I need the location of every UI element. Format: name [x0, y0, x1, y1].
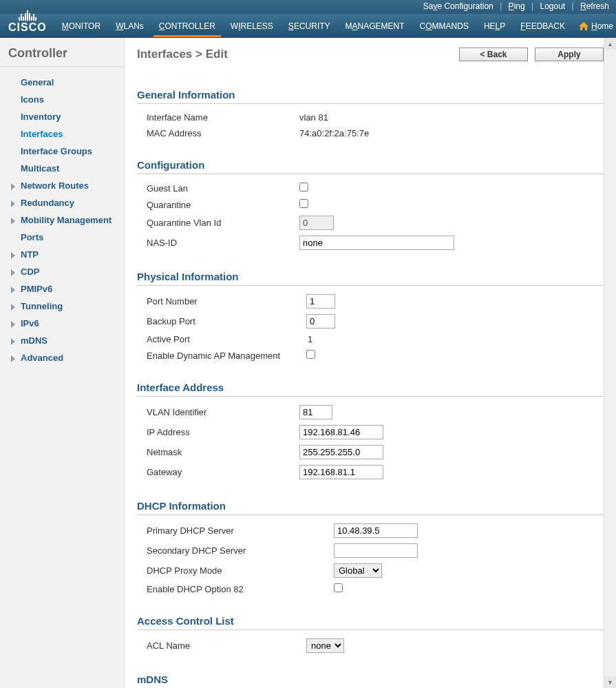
mac-address-value: 74:a0:2f:2a:75:7e [290, 125, 374, 141]
scroll-down-arrow-icon[interactable]: ▼ [604, 676, 616, 688]
nav-management[interactable]: MANAGEMENT [344, 21, 406, 31]
sidebar-item-label[interactable]: Tunneling [21, 301, 63, 311]
vlan-id-label: VLAN Identifier [137, 402, 290, 422]
secondary-dhcp-label: Secondary DHCP Server [137, 541, 324, 561]
quarantine-checkbox[interactable] [299, 199, 308, 208]
dhcp82-checkbox[interactable] [334, 583, 343, 592]
gateway-label: Gateway [137, 462, 290, 482]
sidebar-item-label[interactable]: PMIPv6 [21, 284, 52, 294]
back-button[interactable]: < Back [459, 48, 528, 61]
sidebar-item-mdns[interactable]: mDNS [0, 332, 124, 349]
sidebar-item-inventory[interactable]: Inventory [0, 108, 124, 125]
secondary-dhcp-input[interactable] [334, 543, 418, 558]
nav-controller[interactable]: CONTROLLER [158, 21, 217, 31]
sidebar-item-label[interactable]: Interfaces [21, 129, 63, 139]
sidebar-item-general[interactable]: General [0, 74, 124, 91]
sidebar-item-ports[interactable]: Ports [0, 229, 124, 246]
sidebar-item-label[interactable]: Network Routes [21, 180, 89, 191]
sidebar-item-label[interactable]: General [21, 77, 54, 87]
active-port-value: 1 [297, 331, 341, 347]
nav-feedback[interactable]: FEEDBACK [519, 21, 566, 31]
brand-wordmark: CISCO [8, 21, 47, 34]
nas-id-label: NAS-ID [137, 233, 290, 253]
save-config-link[interactable]: Save Configuration [423, 1, 493, 11]
interface-name-label: Interface Name [137, 110, 290, 125]
utility-bar: Save Configuration | Ping | Logout | Ref… [0, 0, 616, 14]
sidebar-item-multicast[interactable]: Multicast [0, 160, 124, 177]
port-number-input[interactable] [306, 294, 335, 309]
sidebar-item-cdp[interactable]: CDP [0, 263, 124, 280]
port-number-label: Port Number [137, 291, 297, 311]
sidebar-item-label[interactable]: Advanced [21, 353, 63, 363]
acl-name-select[interactable]: none [306, 638, 344, 653]
sidebar-item-label[interactable]: mDNS [21, 335, 47, 346]
ip-address-input[interactable] [299, 425, 383, 439]
nav-wlans[interactable]: WLANs [114, 21, 145, 31]
sidebar: Controller GeneralIconsInventoryInterfac… [0, 38, 125, 688]
sidebar-item-network-routes[interactable]: Network Routes [0, 177, 124, 194]
backup-port-label: Backup Port [137, 311, 297, 331]
nav-security[interactable]: SECURITY [287, 21, 332, 31]
sidebar-item-ntp[interactable]: NTP [0, 246, 124, 263]
nav-wireless[interactable]: WIRELESS [229, 21, 275, 31]
sidebar-item-icons[interactable]: Icons [0, 91, 124, 108]
mac-address-label: MAC Address [137, 125, 290, 141]
active-port-label: Active Port [137, 331, 297, 347]
page-title: Interfaces > Edit [137, 48, 228, 61]
sidebar-item-redundancy[interactable]: Redundancy [0, 194, 124, 211]
sidebar-item-label[interactable]: Inventory [21, 112, 61, 122]
nas-id-input[interactable] [299, 236, 454, 250]
section-acl: Access Control List [137, 615, 604, 630]
sidebar-item-pmipv6[interactable]: PMIPv6 [0, 280, 124, 298]
dyn-ap-checkbox[interactable] [306, 350, 315, 359]
nav-home[interactable]: Home [579, 21, 613, 31]
guest-lan-label: Guest Lan [137, 180, 290, 196]
sidebar-item-label[interactable]: Mobility Management [21, 215, 111, 225]
dhcp-proxy-label: DHCP Proxy Mode [137, 561, 324, 581]
acl-name-label: ACL Name [137, 636, 297, 656]
sidebar-item-mobility-management[interactable]: Mobility Management [0, 211, 124, 229]
dhcp-proxy-select[interactable]: Global [334, 563, 382, 578]
scroll-up-arrow-icon[interactable]: ▲ [604, 38, 616, 50]
qvlan-input [299, 216, 334, 230]
sidebar-item-label[interactable]: Icons [21, 94, 44, 105]
sidebar-item-label[interactable]: Redundancy [21, 198, 74, 208]
sidebar-item-advanced[interactable]: Advanced [0, 349, 124, 366]
section-general-info: General Information [137, 89, 604, 104]
quarantine-label: Quarantine [137, 196, 290, 213]
guest-lan-checkbox[interactable] [299, 183, 308, 191]
sidebar-item-label[interactable]: Ports [21, 232, 43, 242]
sidebar-item-label[interactable]: Multicast [21, 163, 59, 174]
sidebar-item-tunneling[interactable]: Tunneling [0, 298, 124, 315]
home-icon [579, 22, 588, 30]
primary-dhcp-input[interactable] [334, 523, 418, 538]
nav-commands[interactable]: COMMANDS [418, 21, 470, 31]
dhcp82-label: Enable DHCP Option 82 [137, 581, 324, 597]
cisco-bars-icon [19, 10, 36, 21]
primary-nav: CISCO MONITOR WLANs CONTROLLER WIRELESS … [0, 14, 616, 38]
sidebar-item-interface-groups[interactable]: Interface Groups [0, 143, 124, 160]
sidebar-item-label[interactable]: IPv6 [21, 318, 39, 329]
qvlan-label: Quarantine Vlan Id [137, 213, 290, 233]
sidebar-item-label[interactable]: CDP [21, 267, 39, 277]
dyn-ap-label: Enable Dynamic AP Management [137, 347, 297, 364]
sidebar-title: Controller [0, 38, 124, 67]
netmask-input[interactable] [299, 445, 383, 459]
vertical-scrollbar[interactable]: ▲ ▼ [604, 38, 616, 688]
section-interface-address: Interface Address [137, 382, 604, 397]
nav-help[interactable]: HELP [482, 21, 507, 31]
apply-button[interactable]: Apply [535, 48, 604, 61]
refresh-link[interactable]: Refresh [580, 1, 609, 11]
sidebar-item-label[interactable]: Interface Groups [21, 146, 92, 156]
gateway-input[interactable] [299, 465, 383, 479]
netmask-label: Netmask [137, 442, 290, 462]
sidebar-item-label[interactable]: NTP [21, 249, 39, 260]
nav-monitor[interactable]: MONITOR [61, 21, 102, 31]
ping-link[interactable]: Ping [509, 1, 525, 11]
interface-name-value: vlan 81 [290, 110, 374, 125]
logout-link[interactable]: Logout [540, 1, 565, 11]
backup-port-input[interactable] [306, 314, 335, 329]
sidebar-item-ipv6[interactable]: IPv6 [0, 315, 124, 332]
vlan-id-input[interactable] [299, 405, 332, 419]
sidebar-item-interfaces[interactable]: Interfaces [0, 125, 124, 143]
